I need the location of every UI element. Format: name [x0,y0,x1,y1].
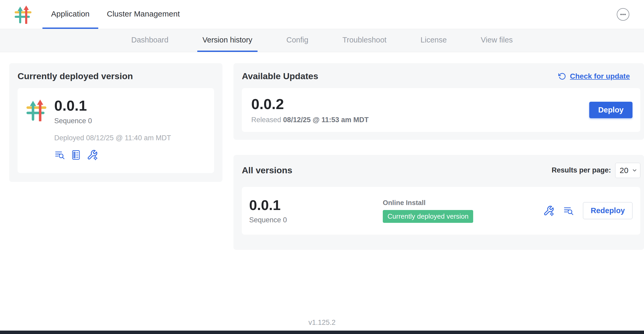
lines-magnifier-icon [563,205,574,216]
preflight-checks-button[interactable] [70,149,81,160]
tab-application[interactable]: Application [42,0,98,29]
subnav-item-dashboard[interactable]: Dashboard [126,29,174,52]
subnav-item-version-history[interactable]: Version history [197,29,258,52]
deployed-status-badge: Currently deployed version [383,210,473,223]
available-updates-header: Available Updates Check for update [242,71,640,81]
tab-cluster-management[interactable]: Cluster Management [98,0,188,29]
subnav-item-config[interactable]: Config [281,29,314,52]
subnav-item-troubleshoot[interactable]: Troubleshoot [337,29,392,52]
app-subnav: Dashboard Version history Config Trouble… [0,29,644,52]
install-type: Online Install [383,199,473,207]
wrench-gear-icon [87,149,98,160]
deployed-version-info: 0.0.1 Sequence 0 Deployed 08/12/25 @ 11:… [54,98,171,164]
version-row-actions: Redeploy [543,202,632,219]
all-versions-header: All versions Results per page: 20 [242,163,640,178]
row-sequence: Sequence 0 [249,216,383,224]
results-per-page-label: Results per page: [552,166,611,174]
refresh-icon [558,72,566,80]
subnav-item-view-files[interactable]: View files [476,29,518,52]
deploy-button[interactable]: Deploy [589,102,632,118]
subnav-item-license[interactable]: License [415,29,452,52]
right-column: Available Updates Check for update 0.0.2… [233,63,644,250]
update-released-line: Released 08/12/25 @ 11:53 am MDT [251,116,369,124]
available-updates-title: Available Updates [242,71,318,81]
top-header: Application Cluster Management [0,0,644,29]
app-root: Application Cluster Management Dashboard… [0,0,644,250]
app-logo-icon [15,5,31,24]
check-for-update-link[interactable]: Check for update [558,72,630,80]
console-version: v1.125.2 [0,319,644,327]
top-tabs: Application Cluster Management [42,0,188,29]
results-per-page-value: 20 [620,166,628,175]
released-timestamp: 08/12/25 @ 11:53 am MDT [283,116,369,124]
check-for-update-label: Check for update [570,72,630,80]
main-content: Currently deployed version 0.0.1 Sequenc… [0,52,644,250]
app-logo-icon-large [26,98,46,123]
view-diff-button[interactable] [54,149,65,160]
deployed-card-title: Currently deployed version [18,71,214,81]
deployed-sequence: Sequence 0 [54,117,171,125]
version-row: 0.0.1 Sequence 0 Online Install Currentl… [242,187,640,235]
available-updates-card: Available Updates Check for update 0.0.2… [233,63,644,140]
deployed-version-number: 0.0.1 [54,98,171,114]
redeploy-button[interactable]: Redeploy [583,202,632,219]
results-per-page-select[interactable]: 20 [615,163,640,178]
all-versions-card: All versions Results per page: 20 0.0.1 … [233,155,644,250]
results-per-page: Results per page: 20 [552,163,640,178]
bottom-bar [0,331,644,334]
version-row-status: Online Install Currently deployed versio… [383,199,473,223]
update-version-number: 0.0.2 [251,96,369,112]
chevron-down-icon [632,168,637,173]
checklist-icon [70,149,81,160]
edit-config-button[interactable] [87,149,98,160]
version-row-info: 0.0.1 Sequence 0 [249,197,383,224]
lines-magnifier-icon [54,149,65,160]
deployed-timestamp: Deployed 08/12/25 @ 11:40 am MDT [54,134,171,142]
available-update-row: 0.0.2 Released 08/12/25 @ 11:53 am MDT D… [242,88,640,132]
row-version-number: 0.0.1 [249,197,383,213]
released-label: Released [251,116,281,124]
currently-deployed-card: Currently deployed version 0.0.1 Sequenc… [9,63,222,182]
view-diff-button[interactable] [563,205,574,216]
wrench-gear-icon [543,205,554,216]
deployed-action-icons [54,149,171,160]
more-options-button[interactable] [617,8,629,21]
all-versions-title: All versions [242,165,292,175]
ellipsis-icon [619,10,627,18]
deployed-version-panel: 0.0.1 Sequence 0 Deployed 08/12/25 @ 11:… [18,88,214,173]
edit-config-button[interactable] [543,205,554,216]
update-info: 0.0.2 Released 08/12/25 @ 11:53 am MDT [251,96,369,124]
